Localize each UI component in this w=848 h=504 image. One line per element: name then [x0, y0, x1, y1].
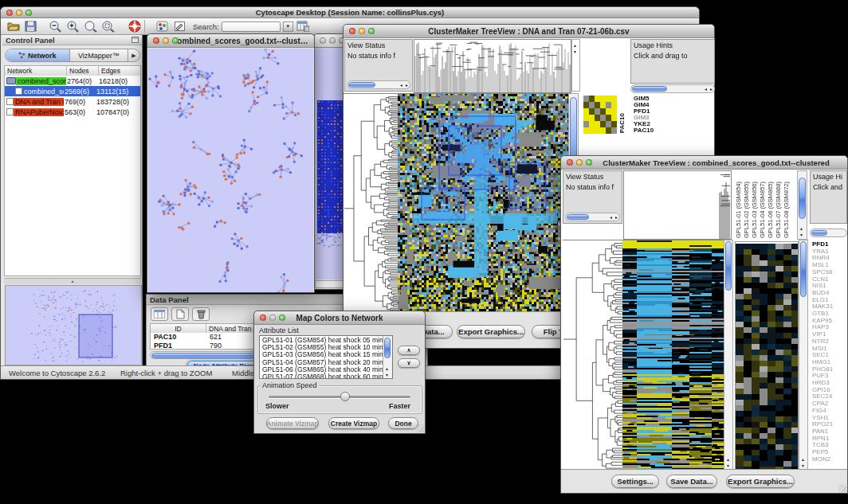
done-button[interactable]: Done	[388, 417, 418, 429]
minimize-icon[interactable]	[16, 10, 22, 16]
tv2-heatmap[interactable]	[622, 240, 724, 471]
attribute-list[interactable]: GPL51-01 (GSM854) heat shock 05 minGPL51…	[259, 335, 393, 379]
tab-network-label: Network	[28, 52, 57, 60]
create-vizmap-button[interactable]: Create Vizmap	[328, 417, 379, 429]
search-input[interactable]	[222, 21, 281, 32]
tab-network[interactable]: Network	[6, 49, 70, 61]
network-document-icon	[15, 88, 22, 95]
slider-thumb[interactable]	[340, 392, 350, 401]
tv2-settings-button[interactable]: Settings...	[611, 475, 659, 488]
tv2-pixel-view[interactable]	[735, 241, 799, 472]
faster-label: Faster	[389, 402, 410, 410]
animate-vizmap-button[interactable]: Animate Vizmap	[266, 417, 319, 429]
network-table-row[interactable]: combined_scores2764(0)16218(0)	[5, 76, 140, 86]
tv2-pixelview-vscrollbar[interactable]: ▴▾	[799, 240, 808, 471]
annotation-icon[interactable]	[172, 19, 187, 34]
tv2-col-label: GPL51-03 (GSM856)	[751, 182, 758, 238]
tv1-row-labels: GIM5GIM4PFD1GIM3YKE2PAC10	[634, 96, 681, 134]
panel-divider[interactable]: ▴	[4, 278, 141, 284]
zoom-window-icon[interactable]	[586, 159, 592, 166]
import-table-icon[interactable]	[296, 19, 311, 34]
save-icon[interactable]	[23, 19, 38, 34]
network-view-titlebar[interactable]: combined_scores_good.txt--cluste...	[147, 34, 314, 48]
tv2-usage-hints-line2: Click and	[811, 183, 846, 193]
network-nodes: 2569(6)	[64, 88, 96, 96]
birdseye-view[interactable]	[5, 285, 142, 365]
minimize-icon[interactable]	[359, 28, 365, 34]
tv2-row-dendrogram[interactable]	[563, 240, 622, 471]
animation-speed-slider[interactable]	[269, 396, 410, 398]
network-table-row[interactable]: combined_sco2569(6)13112(15)	[5, 86, 140, 96]
search-dropdown-button[interactable]: ▾	[283, 21, 293, 32]
network-canvas[interactable]	[148, 49, 313, 292]
tv1-column-dendrogram[interactable]	[414, 39, 571, 93]
zoom-window-icon[interactable]	[279, 315, 285, 321]
col-header-nodes[interactable]: Nodes	[67, 66, 99, 76]
treeview2-titlebar[interactable]: ClusterMaker TreeView : combined_scores_…	[561, 156, 847, 170]
tv2-column-dendrogram-area[interactable]	[623, 170, 732, 240]
grid-network-hscrollbar[interactable]	[315, 280, 346, 288]
network-view-title: combined_scores_good.txt--cluste...	[173, 37, 309, 45]
attribute-list-item[interactable]: GPL51-07 (GSM868) heat shock 60 min	[260, 373, 392, 379]
network-table-row[interactable]: DNA and Tran 07769(0)183728(0)	[5, 96, 140, 107]
resize-grip[interactable]	[416, 424, 424, 432]
move-up-button[interactable]: ∧	[398, 346, 420, 355]
tv2-heatmap-vscrollbar[interactable]: ▴▾	[724, 240, 733, 471]
attr-col-id[interactable]: ID	[151, 324, 206, 333]
treeview1-titlebar[interactable]: ClusterMaker TreeView : DNA and Tran 07-…	[344, 25, 714, 38]
tv1-row-dendrogram[interactable]	[344, 93, 398, 314]
close-icon[interactable]	[320, 37, 326, 44]
attribute-list-vscrollbar[interactable]: ▴▾	[383, 336, 392, 378]
float-panel-icon[interactable]	[132, 37, 139, 43]
grid-network-view[interactable]	[317, 100, 343, 248]
close-icon[interactable]	[6, 10, 13, 16]
minimize-icon[interactable]	[269, 315, 276, 321]
grid-network-titlebar[interactable]	[314, 34, 345, 48]
move-down-button[interactable]: ∨	[398, 358, 420, 368]
new-attribute-icon[interactable]	[171, 307, 189, 321]
delete-attribute-icon[interactable]	[192, 307, 210, 321]
main-titlebar[interactable]: Cytoscape Desktop (Session Name: collins…	[1, 7, 699, 18]
col-header-network[interactable]: Network	[5, 66, 67, 76]
network-edges: 107847(0)	[96, 108, 140, 116]
zoom-fit-icon[interactable]	[83, 19, 98, 34]
tv1-export-graphics-button[interactable]: Export Graphics...	[457, 325, 525, 338]
vizmapper-icon[interactable]	[155, 19, 170, 34]
zoom-window-icon[interactable]	[172, 37, 179, 44]
tv2-export-graphics-button[interactable]: Export Graphics...	[726, 475, 795, 488]
tv2-hints-hscrollbar[interactable]	[810, 229, 847, 237]
resize-grip[interactable]	[838, 484, 846, 492]
close-icon[interactable]	[153, 37, 159, 44]
tv2-save-data-button[interactable]: Save Data...	[666, 475, 717, 488]
zoom-in-icon[interactable]	[65, 19, 80, 34]
zoom-out-icon[interactable]	[48, 19, 63, 34]
map-colors-titlebar[interactable]: Map Colors to Network	[254, 311, 425, 325]
tv1-submatrix[interactable]	[583, 96, 617, 134]
tv1-view-status: View Status No status info f ◂▸	[344, 39, 413, 92]
zoom-selected-icon[interactable]	[100, 19, 116, 34]
tab-vizmapper[interactable]: VizMapper™	[70, 49, 128, 61]
tv1-status-hscrollbar[interactable]: ◂▸	[347, 80, 410, 89]
tv2-collabel-vscrollbar[interactable]: ▴▾	[797, 170, 807, 240]
network-table-row[interactable]: RNAPuberNov2+!563(0)107847(0)	[5, 107, 140, 117]
open-icon[interactable]	[6, 19, 21, 34]
col-header-edges[interactable]: Edges	[99, 66, 140, 76]
tv1-heatmap[interactable]	[398, 93, 568, 314]
control-panel-title: Control Panel	[6, 36, 55, 45]
tv1-hints-hscrollbar[interactable]: ◂▸	[630, 84, 715, 93]
close-icon[interactable]	[567, 159, 573, 166]
close-icon[interactable]	[260, 315, 266, 321]
zoom-window-icon[interactable]	[368, 28, 375, 34]
minimize-icon[interactable]	[163, 37, 169, 44]
tab-overflow-arrow[interactable]: ▶	[128, 49, 139, 61]
window-controls[interactable]	[6, 7, 32, 18]
minimize-icon[interactable]	[329, 37, 336, 44]
minimize-icon[interactable]	[576, 159, 583, 166]
tv1-col-scroll-arrows[interactable]: ▴▾	[571, 39, 580, 92]
tv2-status-hscrollbar[interactable]: ◂▸	[565, 213, 620, 221]
help-lifesaver-icon[interactable]	[127, 19, 142, 34]
zoom-window-icon[interactable]	[26, 10, 32, 16]
attribute-select-icon[interactable]	[151, 307, 168, 321]
close-icon[interactable]	[349, 28, 355, 34]
tv2-button-bar: Settings... Save Data... Export Graphics…	[561, 469, 847, 493]
